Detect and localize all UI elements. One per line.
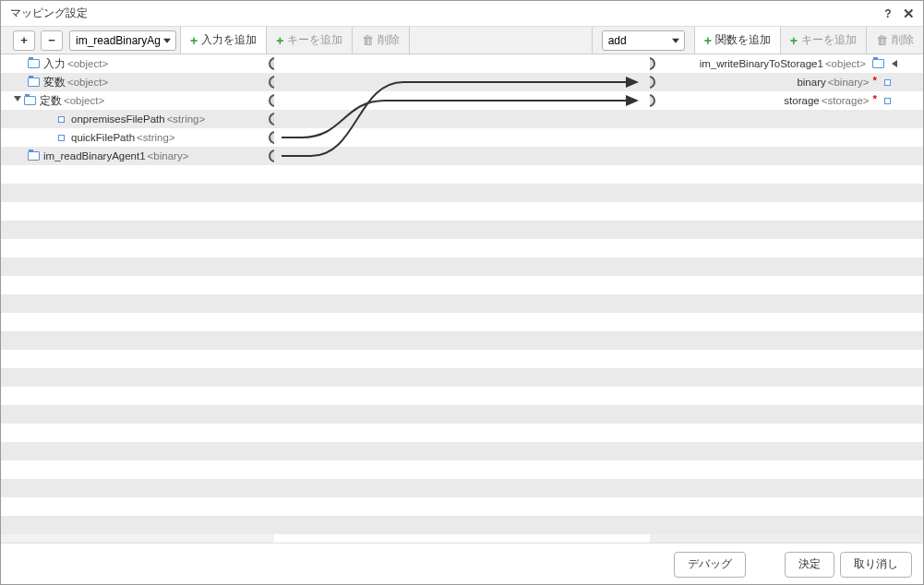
target-node-writebinary[interactable]: im_writeBinaryToStorage1 <object>: [650, 54, 923, 73]
node-label: im_writeBinaryToStorage1: [700, 58, 823, 69]
source-node-quickfilepath[interactable]: quickFilePath <string>: [1, 128, 274, 147]
delete-right-label: 削除: [892, 32, 914, 48]
toolbar: + − im_readBinaryAg + 入力を追加 + キーを追加 🗑 削除…: [1, 27, 923, 54]
field-icon: [884, 98, 891, 104]
input-select-value: im_readBinaryAg: [76, 34, 161, 47]
trash-icon: 🗑: [362, 33, 374, 47]
field-icon: [58, 135, 65, 141]
function-select[interactable]: add: [602, 30, 685, 51]
delete-right-button[interactable]: 🗑 削除: [867, 27, 923, 54]
mapping-area: 入力 <object> 変数 <object> 定数 <object> onpr…: [1, 54, 923, 543]
plus-icon: +: [704, 33, 712, 48]
node-type: <object>: [67, 58, 108, 69]
field-icon: [884, 79, 891, 86]
source-node-readbinaryagent[interactable]: im_readBinaryAgent1 <binary>: [1, 147, 274, 165]
node-type: <object>: [825, 58, 866, 69]
function-select-value: add: [608, 34, 627, 47]
footer: デバッグ 決定 取り消し: [1, 543, 923, 585]
folder-icon: [24, 96, 36, 105]
node-label: 定数: [40, 94, 62, 108]
trash-icon: 🗑: [876, 33, 888, 47]
expand-all-button[interactable]: +: [13, 30, 35, 51]
node-type: <binary>: [148, 150, 189, 161]
node-label: 入力: [43, 57, 66, 71]
plus-icon: +: [790, 33, 798, 48]
source-pane: 入力 <object> 変数 <object> 定数 <object> onpr…: [1, 54, 274, 543]
plus-icon: +: [276, 33, 283, 48]
required-mark: *: [873, 93, 877, 104]
folder-icon: [28, 59, 40, 68]
cancel-button[interactable]: 取り消し: [840, 552, 912, 578]
add-function-button[interactable]: + 関数を追加: [695, 27, 780, 54]
node-type: <object>: [64, 95, 104, 106]
node-label: binary: [797, 77, 825, 88]
field-icon: [58, 116, 65, 123]
collapse-all-button[interactable]: −: [41, 30, 63, 51]
node-type: <object>: [67, 77, 108, 88]
mapping-canvas[interactable]: [274, 54, 650, 543]
input-select[interactable]: im_readBinaryAg: [69, 30, 176, 51]
node-label: storage: [784, 95, 819, 106]
node-label: onpremisesFilePath: [71, 113, 165, 125]
debug-button[interactable]: デバッグ: [674, 552, 746, 578]
node-type: <string>: [137, 132, 175, 143]
node-label: 変数: [43, 76, 66, 90]
node-type: <storage>: [822, 95, 870, 106]
target-node-storage[interactable]: storage <storage> *: [650, 91, 923, 110]
folder-icon: [28, 151, 40, 161]
required-mark: *: [873, 75, 877, 86]
add-input-label: 入力を追加: [201, 32, 257, 48]
add-key-left-label: キーを追加: [287, 32, 342, 48]
source-node-onpremisesfilepath[interactable]: onpremisesFilePath <string>: [1, 110, 274, 128]
expand-icon[interactable]: [14, 96, 21, 105]
ok-button[interactable]: 決定: [785, 552, 834, 578]
node-type: <string>: [167, 113, 206, 125]
target-pane: im_writeBinaryToStorage1 <object> binary…: [650, 54, 923, 543]
delete-left-button[interactable]: 🗑 削除: [353, 27, 409, 54]
plus-icon: +: [190, 33, 198, 48]
add-key-left-button[interactable]: + キーを追加: [267, 27, 352, 54]
target-node-binary[interactable]: binary <binary> *: [650, 73, 923, 91]
window-title: マッピング設定: [8, 6, 875, 21]
add-input-button[interactable]: + 入力を追加: [181, 27, 266, 54]
add-function-label: 関数を追加: [715, 32, 771, 48]
add-key-right-label: キーを追加: [801, 32, 857, 48]
source-node-variables[interactable]: 変数 <object>: [1, 73, 274, 91]
node-label: quickFilePath: [71, 132, 135, 143]
node-type: <binary>: [828, 77, 870, 88]
delete-left-label: 削除: [378, 32, 400, 48]
close-icon[interactable]: ✕: [901, 6, 916, 21]
add-key-right-button[interactable]: + キーを追加: [781, 27, 866, 54]
source-node-constants[interactable]: 定数 <object>: [1, 91, 274, 110]
folder-icon: [28, 78, 40, 87]
collapse-icon[interactable]: [892, 60, 897, 67]
folder-icon: [872, 59, 884, 68]
source-node-input[interactable]: 入力 <object>: [1, 54, 274, 73]
help-icon[interactable]: ?: [881, 6, 895, 21]
node-label: im_readBinaryAgent1: [43, 150, 146, 161]
